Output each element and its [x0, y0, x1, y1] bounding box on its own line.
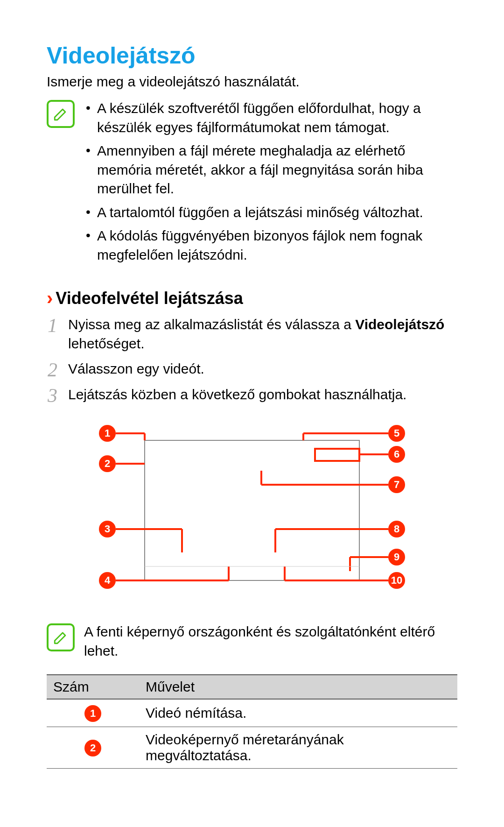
- callout-10: 10: [388, 572, 405, 589]
- table-row: 1 Videó némítása.: [47, 699, 457, 727]
- callout-1: 1: [99, 425, 116, 442]
- callout-8: 8: [388, 521, 405, 537]
- callout-6: 6: [388, 446, 405, 463]
- svg-rect-1: [315, 449, 359, 461]
- step-3: Lejátszás közben a következő gombokat ha…: [47, 385, 457, 404]
- note-icon: [47, 623, 75, 651]
- subheading-text: Videofelvétel lejátszása: [56, 289, 243, 308]
- row-text: Videoképernyő méretarányának megváltozta…: [139, 727, 457, 769]
- steps-list: Nyissa meg az alkalmazáslistát és válass…: [47, 315, 457, 404]
- diagram-lines: [89, 412, 415, 608]
- note-block-1: A készülék szoftverétől függően előfordu…: [47, 99, 457, 269]
- callout-2: 2: [99, 455, 116, 472]
- note-1-list: A készülék szoftverétől függően előfordu…: [84, 99, 457, 264]
- note-block-2: A fenti képernyő országonként és szolgál…: [47, 622, 457, 660]
- callout-5: 5: [388, 425, 405, 442]
- callout-3: 3: [99, 521, 116, 537]
- note-1-item: A kódolás függvényében bizonyos fájlok n…: [84, 226, 457, 264]
- legend-header-number: Szám: [47, 675, 139, 699]
- callout-4: 4: [99, 572, 116, 589]
- page-title: Videolejátszó: [47, 42, 457, 69]
- table-row: 2 Videoképernyő méretarányának megváltoz…: [47, 727, 457, 769]
- step-2: Válasszon egy videót.: [47, 360, 457, 379]
- row-num-icon: 1: [84, 705, 101, 722]
- step-1: Nyissa meg az alkalmazáslistát és válass…: [47, 315, 457, 353]
- note-icon: [47, 100, 75, 128]
- row-num-icon: 2: [84, 740, 101, 756]
- chevron-icon: ›: [47, 288, 53, 309]
- note-2-text: A fenti képernyő országonként és szolgál…: [84, 622, 457, 660]
- step-1-post: lehetőséget.: [68, 336, 144, 351]
- step-1-pre: Nyissa meg az alkalmazáslistát és válass…: [68, 317, 355, 332]
- callout-9: 9: [388, 549, 405, 565]
- row-text: Videó némítása.: [139, 699, 457, 727]
- step-1-bold: Videolejátszó: [355, 317, 444, 332]
- callout-7: 7: [388, 476, 405, 493]
- legend-table: Szám Művelet 1 Videó némítása. 2 Videoké…: [47, 674, 457, 769]
- note-1-item: A tartalomtól függően a lejátszási minős…: [84, 203, 457, 222]
- note-1-item: A készülék szoftverétől függően előfordu…: [84, 99, 457, 137]
- player-diagram: 1 2 3 4 5 6 7 8 9 10: [89, 412, 415, 608]
- note-1-item: Amennyiben a fájl mérete meghaladja az e…: [84, 141, 457, 198]
- legend-header-action: Művelet: [139, 675, 457, 699]
- intro-text: Ismerje meg a videolejátszó használatát.: [47, 74, 457, 90]
- subheading: › Videofelvétel lejátszása: [47, 288, 457, 309]
